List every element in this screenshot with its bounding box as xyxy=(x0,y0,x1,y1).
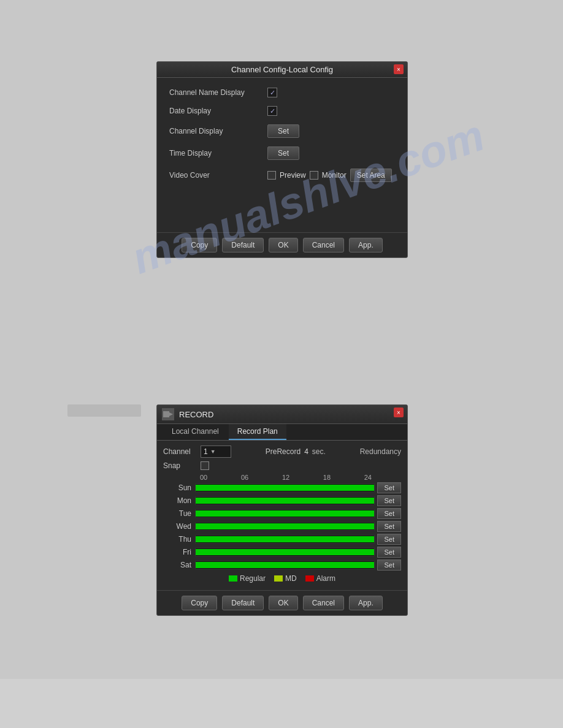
timeline-marks: 00 06 12 18 24 xyxy=(200,474,372,481)
channel-display-set-button[interactable]: Set xyxy=(267,124,299,138)
day-row-fri: Fri Set xyxy=(163,547,401,558)
day-row-thu: Thu Set xyxy=(163,534,401,545)
day-set-btn-mon[interactable]: Set xyxy=(377,495,401,506)
channel-name-display-checkbox[interactable]: ✓ xyxy=(267,88,277,97)
day-row-sun: Sun Set xyxy=(163,482,401,493)
tab-record-plan[interactable]: Record Plan xyxy=(229,424,286,440)
channel-config-app-button[interactable]: App. xyxy=(349,238,383,252)
date-display-label: Date Display xyxy=(169,107,267,115)
preview-label: Preview xyxy=(280,171,306,180)
legend-regular-label: Regular xyxy=(240,574,266,583)
channel-config-ok-button[interactable]: OK xyxy=(269,238,297,252)
date-display-control: ✓ xyxy=(267,106,277,116)
timeline-mark-3: 18 xyxy=(323,474,331,481)
day-label-fri: Fri xyxy=(163,548,195,556)
time-display-label: Time Display xyxy=(169,149,267,157)
timeline-bar-wed xyxy=(195,522,375,531)
timeline-bar-mon xyxy=(195,496,375,505)
record-body: Channel 1 ▼ PreRecord 4 sec. Redundancy … xyxy=(157,441,407,590)
record-legend: Regular MD Alarm xyxy=(163,574,401,583)
timeline-bar-green-tue xyxy=(196,510,374,517)
time-display-row: Time Display Set xyxy=(169,146,395,160)
day-set-btn-wed[interactable]: Set xyxy=(377,521,401,532)
redundancy-label: Redundancy xyxy=(360,447,401,456)
channel-config-title: Channel Config-Local Config xyxy=(231,65,333,74)
channel-config-close-button[interactable]: × xyxy=(394,64,404,74)
record-ok-button[interactable]: OK xyxy=(269,596,297,610)
video-cover-label: Video Cover xyxy=(169,171,267,180)
channel-config-copy-button[interactable]: Copy xyxy=(182,238,217,252)
record-title: RECORD xyxy=(179,410,213,419)
top-label-area xyxy=(67,404,141,417)
timeline-bar-sat xyxy=(195,561,375,569)
video-cover-controls: Preview Monitor Set Area xyxy=(267,169,392,182)
channel-display-label: Channel Display xyxy=(169,127,267,135)
record-tabs: Local Channel Record Plan xyxy=(157,424,407,441)
record-copy-button[interactable]: Copy xyxy=(182,596,217,610)
legend-alarm-label: Alarm xyxy=(316,574,335,583)
time-display-control: Set xyxy=(267,146,299,160)
record-channel-label: Channel xyxy=(163,447,197,456)
record-cancel-button[interactable]: Cancel xyxy=(303,596,344,610)
tab-local-channel[interactable]: Local Channel xyxy=(163,424,228,440)
timeline-header: 00 06 12 18 24 xyxy=(163,474,401,481)
day-row-mon: Mon Set xyxy=(163,495,401,506)
channel-config-cancel-button[interactable]: Cancel xyxy=(303,238,344,252)
channel-display-control: Set xyxy=(267,124,299,138)
snap-checkbox[interactable] xyxy=(201,461,209,470)
timeline-bar-tue xyxy=(195,509,375,518)
day-row-tue: Tue Set xyxy=(163,508,401,519)
day-label-tue: Tue xyxy=(163,509,195,518)
legend-regular: Regular xyxy=(229,574,266,583)
sec-label: sec. xyxy=(312,447,326,456)
record-app-button[interactable]: App. xyxy=(349,596,383,610)
channel-config-titlebar: Channel Config-Local Config × xyxy=(157,62,407,78)
video-cover-monitor-checkbox[interactable] xyxy=(310,171,318,180)
record-dialog: RECORD × Local Channel Record Plan Chann… xyxy=(156,404,408,616)
record-close-button[interactable]: × xyxy=(394,408,404,417)
timeline-bar-thu xyxy=(195,535,375,544)
timeline-bar-green-sat xyxy=(196,562,374,568)
svg-marker-1 xyxy=(169,412,173,416)
record-titlebar: RECORD × xyxy=(157,405,407,424)
day-label-sun: Sun xyxy=(163,483,195,492)
legend-alarm-color xyxy=(305,575,314,582)
day-set-btn-tue[interactable]: Set xyxy=(377,508,401,519)
date-display-row: Date Display ✓ xyxy=(169,106,395,116)
record-channel-row: Channel 1 ▼ PreRecord 4 sec. Redundancy xyxy=(163,446,401,458)
timeline-bar-green-sun xyxy=(196,485,374,491)
legend-md-color xyxy=(274,575,283,582)
video-cover-set-area-button[interactable]: Set Area xyxy=(350,169,392,182)
snap-label: Snap xyxy=(163,461,197,470)
time-display-set-button[interactable]: Set xyxy=(267,146,299,160)
timeline-bar-fri xyxy=(195,548,375,556)
channel-dropdown-arrow-icon: ▼ xyxy=(210,449,216,455)
day-set-btn-fri[interactable]: Set xyxy=(377,547,401,558)
channel-name-display-control: ✓ xyxy=(267,88,277,97)
timeline-mark-0: 00 xyxy=(200,474,207,481)
legend-md-label: MD xyxy=(285,574,297,583)
day-label-wed: Wed xyxy=(163,522,195,531)
video-cover-preview-checkbox[interactable] xyxy=(267,171,276,180)
channel-config-default-button[interactable]: Default xyxy=(222,238,264,252)
svg-rect-0 xyxy=(163,411,169,417)
channel-name-display-label: Channel Name Display xyxy=(169,88,267,97)
day-label-thu: Thu xyxy=(163,535,195,544)
day-row-sat: Sat Set xyxy=(163,559,401,571)
day-set-btn-sat[interactable]: Set xyxy=(377,559,401,571)
day-label-sat: Sat xyxy=(163,561,195,569)
timeline-bar-green-fri xyxy=(196,549,374,555)
record-default-button[interactable]: Default xyxy=(222,596,264,610)
date-display-checkbox[interactable]: ✓ xyxy=(267,106,277,116)
timeline-bar-sun xyxy=(195,483,375,492)
timeline-mark-4: 24 xyxy=(364,474,372,481)
record-channel-value: 1 xyxy=(204,447,208,456)
channel-config-body: Channel Name Display ✓ Date Display ✓ Ch… xyxy=(157,78,407,232)
bottom-bar xyxy=(0,679,563,728)
record-channel-select[interactable]: 1 ▼ xyxy=(201,446,231,458)
channel-name-display-row: Channel Name Display ✓ xyxy=(169,88,395,97)
channel-display-row: Channel Display Set xyxy=(169,124,395,138)
legend-alarm: Alarm xyxy=(305,574,335,583)
day-set-btn-sun[interactable]: Set xyxy=(377,482,401,493)
day-set-btn-thu[interactable]: Set xyxy=(377,534,401,545)
